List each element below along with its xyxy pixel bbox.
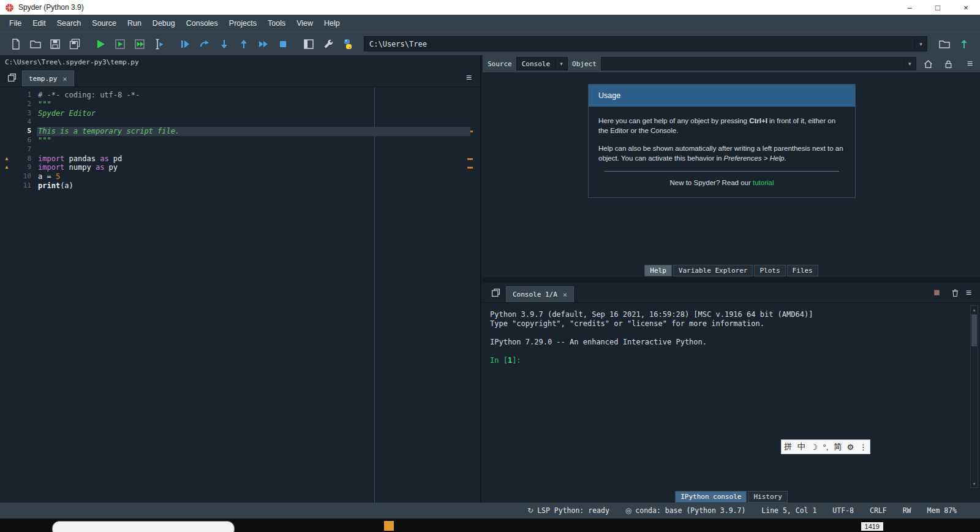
remove-variables-button[interactable] (948, 285, 963, 301)
tab-ipython-console[interactable]: IPython console (675, 491, 747, 503)
object-combobox[interactable]: ▾ (601, 57, 916, 70)
console-output[interactable]: Python 3.9.7 (default, Sep 16 2021, 16:5… (483, 303, 980, 490)
ime-item-6[interactable]: ⋮ (859, 443, 868, 452)
browse-tabs-button[interactable] (4, 70, 20, 86)
menu-item-edit[interactable]: Edit (27, 17, 51, 30)
code-token: as (96, 163, 104, 172)
python-env-button[interactable] (338, 35, 358, 53)
ime-item-3[interactable]: °, (823, 443, 829, 452)
run-cell-advance-button[interactable] (130, 35, 149, 53)
ime-toolbar[interactable]: 拼中☽°,简⚙⋮ (781, 439, 870, 454)
lock-button[interactable] (941, 56, 957, 71)
close-button[interactable]: × (952, 0, 980, 15)
taskbar-search-box[interactable] (52, 521, 235, 532)
line-number: 5 (13, 127, 37, 136)
editor-options-icon[interactable]: ≡ (466, 73, 472, 83)
menu-item-source[interactable]: Source (86, 17, 122, 30)
run-current-line-button[interactable] (195, 35, 214, 53)
tab-close-icon[interactable]: × (563, 291, 567, 299)
editor-line[interactable]: 2""" (0, 100, 480, 109)
menu-item-search[interactable]: Search (51, 17, 87, 30)
tab-plots[interactable]: Plots (754, 265, 785, 276)
console-line: Python 3.9.7 (default, Sep 16 2021, 16:5… (490, 310, 964, 319)
save-all-icon (69, 38, 81, 50)
console-tab[interactable]: Console 1/A × (506, 286, 574, 302)
source-combobox[interactable]: Console ▾ (516, 57, 568, 70)
save-button[interactable] (45, 35, 65, 53)
tab-variable-explorer[interactable]: Variable Explorer (673, 265, 753, 276)
editor-tab-temp-py[interactable]: temp.py × (22, 70, 74, 86)
menu-item-debug[interactable]: Debug (147, 17, 181, 30)
folder-icon (938, 38, 951, 50)
tab-close-icon[interactable]: × (62, 75, 67, 83)
preferences-button[interactable] (318, 35, 338, 53)
browse-directory-button[interactable] (935, 35, 954, 53)
browse-console-tabs-button[interactable] (488, 285, 503, 301)
menu-item-help[interactable]: Help (318, 17, 345, 30)
stop-button[interactable] (273, 35, 293, 53)
editor-line[interactable]: 7 (0, 145, 480, 154)
status-eol: CRLF (870, 506, 887, 515)
working-directory-combobox[interactable]: C:\Users\Tree ▾ (364, 36, 927, 51)
help-options-icon[interactable]: ≡ (967, 59, 973, 69)
menu-item-tools[interactable]: Tools (262, 17, 291, 30)
taskbar-app-icon[interactable] (384, 521, 394, 531)
menu-item-consoles[interactable]: Consoles (181, 17, 224, 30)
pane-splitter[interactable] (483, 277, 980, 283)
menu-item-projects[interactable]: Projects (224, 17, 262, 30)
ime-item-4[interactable]: 简 (833, 441, 842, 452)
dropdown-icon[interactable]: ▾ (914, 37, 927, 51)
dropdown-icon[interactable]: ▾ (555, 58, 567, 70)
tab-history[interactable]: History (748, 491, 787, 503)
save-all-button[interactable] (65, 35, 85, 53)
interrupt-kernel-button[interactable] (929, 285, 945, 301)
ime-item-5[interactable]: ⚙ (846, 443, 854, 452)
editor-line[interactable]: 3Spyder Editor (0, 109, 480, 118)
menu-item-file[interactable]: File (4, 17, 27, 30)
menu-item-run[interactable]: Run (122, 17, 147, 30)
ime-item-2[interactable]: ☽ (810, 443, 818, 452)
tab-files[interactable]: Files (787, 265, 818, 276)
parent-directory-button[interactable] (954, 35, 974, 53)
ime-item-1[interactable]: 中 (797, 441, 806, 452)
usage-p2-pre: Help can also be shown automatically aft… (598, 145, 843, 162)
status-permissions: RW (903, 506, 911, 515)
editor-line[interactable]: ▲9import numpy as py (0, 163, 480, 172)
gutter-space (0, 91, 13, 100)
home-button[interactable] (921, 56, 937, 71)
minimize-button[interactable]: – (895, 0, 924, 15)
scrollbar-thumb[interactable] (971, 314, 977, 346)
open-file-button[interactable] (26, 35, 45, 53)
console-options-icon[interactable]: ≡ (966, 288, 971, 298)
maximize-pane-button[interactable] (299, 35, 318, 53)
object-input[interactable] (601, 60, 903, 68)
ime-item-0[interactable]: 拼 (783, 441, 793, 452)
console-scrollbar[interactable]: ▲ ▼ (970, 305, 978, 488)
console-prompt[interactable]: In [1]: (490, 356, 964, 365)
menu-item-view[interactable]: View (291, 17, 318, 30)
dropdown-icon[interactable]: ▾ (903, 58, 916, 70)
tab-help[interactable]: Help (644, 265, 672, 276)
editor-line[interactable]: 11print(a) (0, 181, 480, 191)
editor-line[interactable]: 10a = 5 (0, 172, 480, 181)
code-editor[interactable]: 1# -*- coding: utf-8 -*-2"""3Spyder Edit… (0, 87, 480, 503)
run-selection-button[interactable] (149, 35, 169, 53)
windows-taskbar[interactable]: 1419 (0, 519, 980, 532)
maximize-button[interactable]: □ (924, 0, 952, 15)
editor-line[interactable]: 5This is a temporary script file. (0, 127, 480, 136)
step-into-button[interactable] (214, 35, 234, 53)
editor-line[interactable]: 1# -*- coding: utf-8 -*- (0, 91, 480, 100)
editor-line[interactable]: ▲8import pandas as pd (0, 154, 480, 164)
home-icon (923, 59, 933, 69)
editor-line[interactable]: 4 (0, 118, 480, 127)
step-return-button[interactable] (234, 35, 254, 53)
run-cell-button[interactable] (110, 35, 130, 53)
new-file-button[interactable] (6, 35, 26, 53)
continue-button[interactable] (254, 35, 273, 53)
debug-file-button[interactable] (175, 35, 195, 53)
editor-line[interactable]: 6""" (0, 136, 480, 145)
scroll-up-icon[interactable]: ▲ (972, 306, 976, 313)
tutorial-link[interactable]: tutorial (753, 179, 774, 186)
run-button[interactable] (91, 35, 110, 53)
scroll-down-icon[interactable]: ▼ (972, 480, 976, 487)
